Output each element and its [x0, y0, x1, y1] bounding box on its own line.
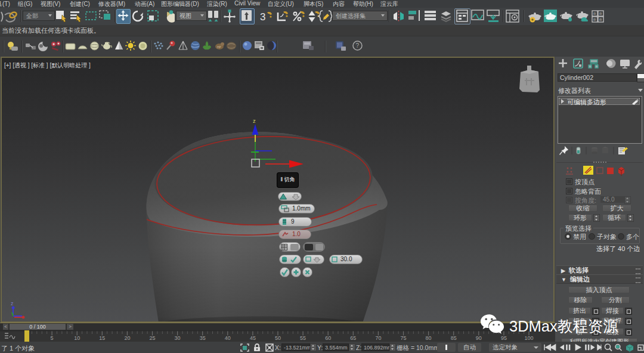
svg-text:70: 70: [375, 335, 381, 341]
svg-text:25: 25: [149, 335, 155, 341]
svg-text:R: R: [593, 12, 596, 16]
svg-text:30: 30: [175, 335, 181, 341]
svg-text:3: 3: [260, 11, 265, 23]
svg-text:85: 85: [451, 335, 457, 341]
svg-text:40: 40: [225, 335, 231, 341]
svg-text:35: 35: [200, 335, 206, 341]
svg-text:R: R: [593, 18, 596, 21]
svg-text:z: z: [253, 117, 256, 124]
svg-text:?: ?: [356, 42, 360, 49]
svg-text:20: 20: [124, 335, 130, 341]
svg-text:R: R: [599, 18, 602, 21]
svg-text:45: 45: [250, 335, 256, 341]
svg-text:75: 75: [400, 335, 406, 341]
svg-text:5: 5: [51, 335, 54, 341]
svg-text:3DMax教程资源: 3DMax教程资源: [509, 318, 618, 335]
svg-text:R: R: [599, 12, 602, 16]
svg-text:65: 65: [350, 335, 356, 341]
svg-text:60: 60: [325, 335, 331, 341]
svg-text:55: 55: [300, 335, 306, 341]
svg-text:HP: HP: [217, 45, 222, 49]
svg-text:15: 15: [99, 335, 105, 341]
svg-text:80: 80: [426, 335, 432, 341]
svg-text:10: 10: [74, 335, 80, 341]
svg-text:50: 50: [275, 335, 281, 341]
svg-text:z: z: [11, 301, 14, 306]
